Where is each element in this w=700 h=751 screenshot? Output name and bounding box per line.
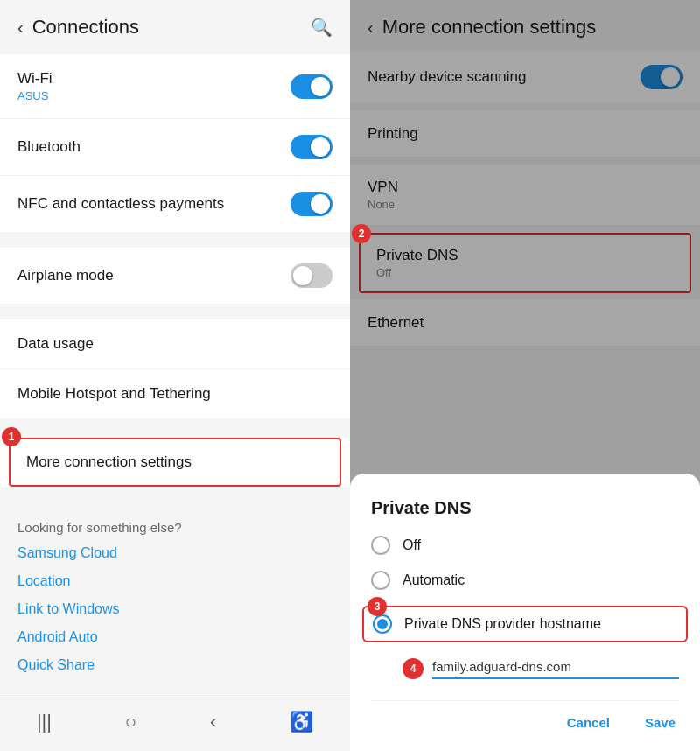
dns-hostname-radio[interactable] [373,614,392,634]
left-header: ‹ Connections 🔍 [0,0,350,51]
private-dns-dialog: Private DNS Off Automatic 3 Private DNS … [350,474,700,751]
bluetooth-setting[interactable]: Bluetooth [0,119,350,176]
bluetooth-label: Bluetooth [18,138,80,156]
airplane-toggle[interactable] [290,263,332,288]
save-button[interactable]: Save [641,708,679,737]
data-usage-setting[interactable]: Data usage [0,319,350,369]
data-usage-label: Data usage [18,335,94,353]
step4-badge: 4 [402,658,424,679]
dialog-overlay: Private DNS Off Automatic 3 Private DNS … [350,0,700,751]
wifi-toggle[interactable] [290,74,332,99]
dialog-actions: Cancel Save [371,700,679,737]
location-link[interactable]: Location [18,573,332,589]
nfc-label: NFC and contactless payments [18,195,224,213]
dns-off-radio[interactable] [371,536,390,555]
dns-hostname-value[interactable]: family.adguard-dns.com [432,659,679,679]
suggestion-section: Looking for something else? Samsung Clou… [0,502,350,694]
left-panel: ‹ Connections 🔍 Wi-Fi ASUS Bluetooth NFC… [0,0,350,751]
airplane-list: Airplane mode [0,248,350,304]
more-connection-label: More connection settings [26,453,192,471]
dns-input-row: 4 family.adguard-dns.com [371,658,679,679]
nfc-toggle[interactable] [290,192,332,216]
spacer-1 [0,235,350,244]
spacer-4 [0,494,350,502]
wifi-label-wrap: Wi-Fi ASUS [18,70,52,102]
left-page-title: Connections [32,16,139,39]
header-left: ‹ Connections [18,16,139,39]
suggestion-title: Looking for something else? [18,520,332,535]
android-auto-link[interactable]: Android Auto [18,629,332,645]
left-bottom-nav: ||| ○ ‹ ♿ [0,698,350,751]
airplane-setting[interactable]: Airplane mode [0,248,350,304]
left-settings-list: Wi-Fi ASUS Bluetooth NFC and contactless… [0,54,350,232]
hotspot-setting[interactable]: Mobile Hotspot and Tethering [0,369,350,418]
search-icon[interactable]: 🔍 [311,17,332,38]
airplane-label: Airplane mode [18,267,114,284]
accessibility-icon[interactable]: ♿ [290,711,313,733]
cancel-button[interactable]: Cancel [564,708,613,737]
quick-share-link[interactable]: Quick Share [18,657,332,673]
step3-badge: 3 [368,597,387,616]
home-icon[interactable]: ○ [125,711,136,733]
dns-off-option[interactable]: Off [371,536,679,555]
menu-icon[interactable]: ||| [37,711,52,733]
hostname-option-container: 3 Private DNS provider hostname [371,606,679,642]
nfc-setting[interactable]: NFC and contactless payments [0,176,350,232]
right-panel: ‹ More connection settings Nearby device… [350,0,700,751]
more-connection-list: More connection settings [0,438,350,487]
back-nav-icon[interactable]: ‹ [210,711,216,733]
back-arrow-icon[interactable]: ‹ [18,18,24,38]
link-to-windows-link[interactable]: Link to Windows [18,601,332,617]
spacer-3 [0,422,350,431]
spacer-2 [0,307,350,316]
samsung-cloud-link[interactable]: Samsung Cloud [18,545,332,561]
dialog-title: Private DNS [371,498,679,518]
data-list: Data usage Mobile Hotspot and Tethering [0,319,350,418]
wifi-setting[interactable]: Wi-Fi ASUS [0,54,350,119]
bluetooth-toggle[interactable] [290,135,332,159]
dns-hostname-label: Private DNS provider hostname [404,616,601,632]
dns-hostname-option[interactable]: Private DNS provider hostname [362,606,688,642]
dns-off-label: Off [402,537,421,553]
step2-badge: 2 [352,224,371,243]
wifi-label: Wi-Fi [18,70,52,88]
hotspot-label: Mobile Hotspot and Tethering [18,385,211,403]
dns-automatic-radio[interactable] [371,571,390,590]
dns-automatic-label: Automatic [402,572,465,588]
more-connection-setting[interactable]: More connection settings [9,438,341,487]
dns-automatic-option[interactable]: Automatic [371,571,679,590]
step1-badge: 1 [2,427,21,446]
wifi-sublabel: ASUS [18,89,52,102]
